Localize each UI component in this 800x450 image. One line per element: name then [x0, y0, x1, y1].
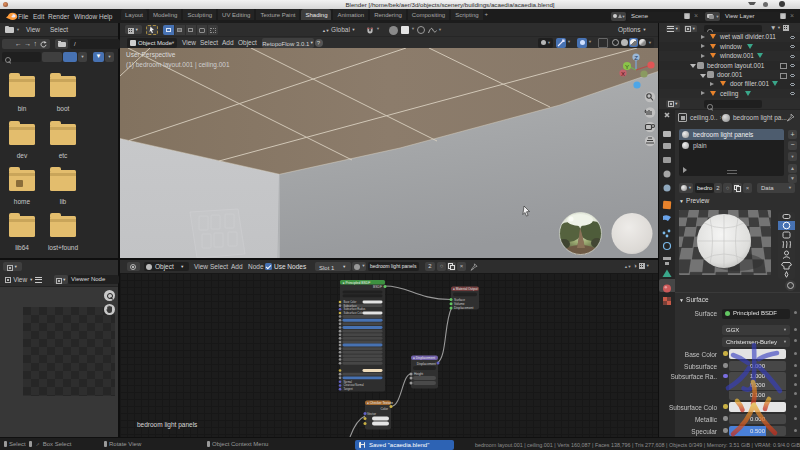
svg-text:BSDF: BSDF	[373, 285, 382, 289]
svg-text:Displacement: Displacement	[417, 362, 436, 366]
svg-text:Clearcoat Normal: Clearcoat Normal	[344, 383, 365, 387]
svg-text:X: X	[621, 71, 625, 77]
svg-text:Vector: Vector	[367, 412, 377, 416]
svg-text:● Checker Texture: ● Checker Texture	[367, 401, 393, 405]
svg-text:● Material Output: ● Material Output	[453, 287, 478, 291]
svg-text:Y: Y	[625, 64, 629, 70]
svg-text:Height: Height	[414, 372, 423, 376]
svg-text:Tangent: Tangent	[344, 387, 354, 391]
svg-text:Displacement: Displacement	[454, 306, 473, 310]
svg-text:Subsurface Color: Subsurface Color	[344, 311, 364, 315]
svg-text:● Principled BSDF: ● Principled BSDF	[343, 281, 371, 285]
svg-text:Normal: Normal	[344, 380, 353, 384]
svg-text:Z: Z	[634, 55, 638, 61]
svg-text:● Displacement: ● Displacement	[413, 356, 435, 360]
svg-text:Base Color: Base Color	[344, 300, 357, 304]
svg-text:Subsurface Radius: Subsurface Radius	[344, 307, 367, 311]
svg-text:Color: Color	[380, 407, 389, 411]
svg-text:Subsurface: Subsurface	[344, 304, 358, 308]
